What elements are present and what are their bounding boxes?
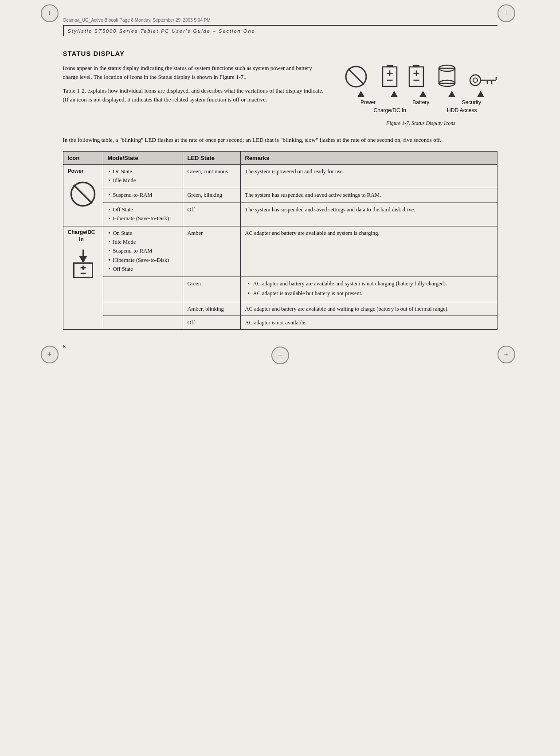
- corner-circle-bl: [41, 346, 59, 363]
- charge-led1: Amber: [183, 226, 240, 277]
- power-mode1-list: On State Idle Mode: [108, 168, 178, 184]
- corner-circle-tl: [41, 4, 59, 22]
- charge-mode1-item3: Suspend-to-RAM: [108, 247, 178, 255]
- hdd-arrow: [448, 91, 455, 97]
- power-remarks2: The system has suspended and saved activ…: [240, 188, 497, 203]
- charge-remarks2-item2: AC adapter is available but battery is n…: [245, 289, 493, 297]
- arrow-indicators: [345, 91, 497, 97]
- power-mode2-item1: Suspend-to-RAM: [108, 191, 178, 199]
- power-mode1: On State Idle Mode: [103, 164, 183, 188]
- th-remarks: Remarks: [240, 151, 497, 164]
- table-row: Green AC adapter and battery are availab…: [63, 277, 497, 302]
- svg-line-1: [348, 69, 364, 85]
- charge-remarks3: AC adapter and battery are available and…: [240, 302, 497, 316]
- svg-line-22: [74, 185, 92, 203]
- power-table-icon: [70, 181, 96, 207]
- header-text: Stylistic ST5000 Series Tablet PC User's…: [68, 28, 255, 34]
- table-row: Charge/DCIn: [63, 226, 497, 277]
- corner-circle-bc: [271, 347, 289, 364]
- intro-para2: Table 1-2. explains how individual icons…: [63, 86, 327, 104]
- intro-para1: Icons appear in the status display indic…: [63, 64, 327, 81]
- charge-mode1-item2: Idle Mode: [108, 238, 178, 246]
- intro-text: Icons appear in the status display indic…: [63, 64, 327, 127]
- table-row: Off AC adapter is not available.: [63, 316, 497, 330]
- corner-tl: [41, 4, 63, 27]
- power-icon-cell: Power: [63, 164, 103, 226]
- corner-bl: [41, 346, 63, 368]
- corner-circle-tr: [497, 4, 515, 22]
- corner-tr: [497, 4, 520, 27]
- th-icon: Icon: [63, 151, 103, 164]
- power-mode3: Off State Hibernate (Save-to-Disk): [103, 203, 183, 226]
- table-row: Off State Hibernate (Save-to-Disk) Off T…: [63, 203, 497, 226]
- charge-mode1-list: On State Idle Mode Suspend-to-RAM Hibern…: [108, 229, 178, 273]
- power-led3: Off: [183, 203, 240, 226]
- battery-icon-item: [381, 64, 399, 88]
- charge-row-label: Charge/DCIn: [68, 229, 95, 243]
- svg-rect-25: [74, 263, 92, 278]
- charge-remarks4: AC adapter is not available.: [240, 316, 497, 330]
- charge-remarks2: AC adapter and battery are available and…: [240, 277, 497, 302]
- security-key-icon: [469, 73, 497, 88]
- charge-arrow: [391, 91, 398, 97]
- hdd-label: HDD Access: [447, 107, 477, 113]
- charge-mode4: [103, 316, 183, 330]
- power-row-label: Power: [68, 168, 84, 175]
- charge-icon-cell-content: Charge/DCIn: [68, 229, 98, 283]
- corner-circle-br: [497, 346, 515, 363]
- corner-br: [497, 346, 520, 368]
- power-icon-cell-content: Power: [68, 168, 98, 211]
- intro-section: Icons appear in the status display indic…: [63, 64, 497, 127]
- power-mode3-list: Off State Hibernate (Save-to-Disk): [108, 206, 178, 222]
- th-mode: Mode/State: [103, 151, 183, 164]
- charge-mode1-item1: On State: [108, 229, 178, 237]
- charge-icon-cell: Charge/DCIn: [63, 226, 103, 330]
- charge-table-icon: [71, 249, 95, 280]
- security-label: Security: [462, 99, 481, 105]
- power-remarks1: The system is powered on and ready for u…: [240, 164, 497, 188]
- power-arrow: [357, 91, 364, 97]
- th-led: LED State: [183, 151, 240, 164]
- charge-led4: Off: [183, 316, 240, 330]
- blink-info: In the following table, a "blinking" LED…: [63, 136, 497, 144]
- power-mode2-list: Suspend-to-RAM: [108, 191, 178, 199]
- hdd-icon-item: [436, 64, 458, 88]
- table-header-row: Icon Mode/State LED State Remarks: [63, 151, 497, 164]
- table-row: Power On State Idle Mode G: [63, 164, 497, 188]
- battery-label: Battery: [412, 99, 429, 105]
- battery-charging-icon: [407, 64, 425, 88]
- power-mode2: Suspend-to-RAM: [103, 188, 183, 203]
- battery-arrow: [419, 91, 427, 97]
- power-remarks3: The system has suspended and saved setti…: [240, 203, 497, 226]
- power-led1: Green, continuous: [183, 164, 240, 188]
- charge-remarks2-list: AC adapter and battery are available and…: [245, 280, 493, 297]
- table-row: Amber, blinking AC adapter and battery a…: [63, 302, 497, 316]
- hdd-icon: [436, 64, 458, 88]
- power-mode1-item1: On State: [108, 168, 178, 175]
- charge-mode1-item5: Off State: [108, 265, 178, 273]
- icons-display: Power Battery Security Charge/DC In HDD …: [345, 64, 497, 127]
- security-icon-item: [469, 73, 497, 88]
- security-arrow: [477, 91, 484, 97]
- power-label: Power: [360, 99, 376, 105]
- svg-point-16: [473, 78, 478, 82]
- svg-point-15: [470, 75, 481, 86]
- power-icon-item: [345, 65, 368, 88]
- icon-labels-row2: Charge/DC In HDD Access: [345, 107, 497, 113]
- charge-mode2: [103, 277, 183, 302]
- section-title: STATUS DISPLAY: [63, 50, 497, 57]
- power-icon: [345, 65, 368, 88]
- bottom-center-decoration: [271, 347, 289, 364]
- charge-mode1: On State Idle Mode Suspend-to-RAM Hibern…: [103, 226, 183, 277]
- top-icons: [345, 64, 497, 88]
- charge-remarks2-item1: AC adapter and battery are available and…: [245, 280, 493, 288]
- file-info: Ocampa_UG_Active B.book Page 8 Monday, S…: [63, 18, 497, 23]
- battery-icon: [381, 64, 399, 88]
- table-row: Suspend-to-RAM Green, blinking The syste…: [63, 188, 497, 203]
- power-mode1-item2: Idle Mode: [108, 176, 178, 184]
- power-led2: Green, blinking: [183, 188, 240, 203]
- status-table: Icon Mode/State LED State Remarks Power: [63, 151, 497, 330]
- power-mode3-item2: Hibernate (Save-to-Disk): [108, 214, 178, 222]
- battery-charging-icon-item: [407, 64, 425, 88]
- figure-caption: Figure 1-7. Status Display Icons: [386, 120, 455, 127]
